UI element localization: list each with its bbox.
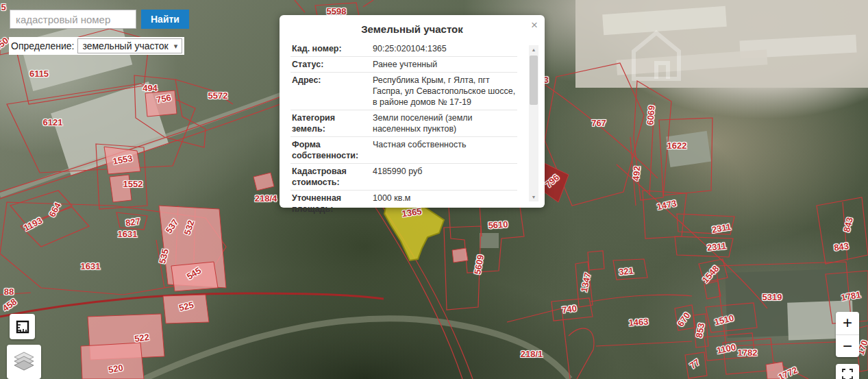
chevron-down-icon: ▾ <box>174 42 178 51</box>
layers-icon <box>12 350 36 374</box>
popup-row: Кад. номер:90:25:020104:1365 <box>290 41 517 56</box>
popup-scrollbar[interactable]: ▲ ▼ <box>529 45 538 201</box>
scroll-down-icon[interactable]: ▼ <box>529 193 538 201</box>
definition-label: Определение: <box>11 40 74 51</box>
zoom-in-button[interactable]: + <box>836 312 859 335</box>
definition-select[interactable]: земельный участок ▾ <box>77 38 182 53</box>
popup-rows: Кад. номер:90:25:020104:1365 Статус:Ране… <box>290 41 517 217</box>
scroll-up-icon[interactable]: ▲ <box>529 45 538 54</box>
map-canvas[interactable]: 5598585061154947566121155315525572218/46… <box>0 0 868 379</box>
popup-title: Земельный участок <box>290 23 534 35</box>
popup-row: Категория земель:Земли поселений (земли … <box>290 110 517 136</box>
search-button[interactable]: Найти <box>141 10 189 29</box>
popup-row: Статус:Ранее учтенный <box>290 56 517 72</box>
search-input[interactable] <box>10 10 136 29</box>
search-bar: Найти <box>10 10 189 29</box>
popup-row: Адрес:Республика Крым, г Ялта, пгт Гаспр… <box>290 72 517 110</box>
fullscreen-icon <box>842 369 853 379</box>
zoom-controls: + − <box>836 312 859 357</box>
popup-row: Уточненная площадь:1000 кв.м <box>290 190 517 217</box>
zoom-out-button[interactable]: − <box>836 335 859 358</box>
fullscreen-button[interactable] <box>836 364 859 379</box>
measure-button[interactable] <box>10 314 35 339</box>
ruler-icon <box>15 319 30 334</box>
parcel-info-popup: × Земельный участок Кад. номер:90:25:020… <box>280 15 545 208</box>
layers-button[interactable] <box>7 345 41 379</box>
popup-row: Кадастровая стоимость:4185990 руб <box>290 163 517 190</box>
close-icon[interactable]: × <box>531 19 538 31</box>
scrollbar-thumb[interactable] <box>530 56 538 105</box>
popup-row: Форма собственности:Частная собственност… <box>290 136 517 163</box>
definition-row: Определение: земельный участок ▾ <box>9 37 184 55</box>
definition-value: земельный участок <box>82 40 168 51</box>
